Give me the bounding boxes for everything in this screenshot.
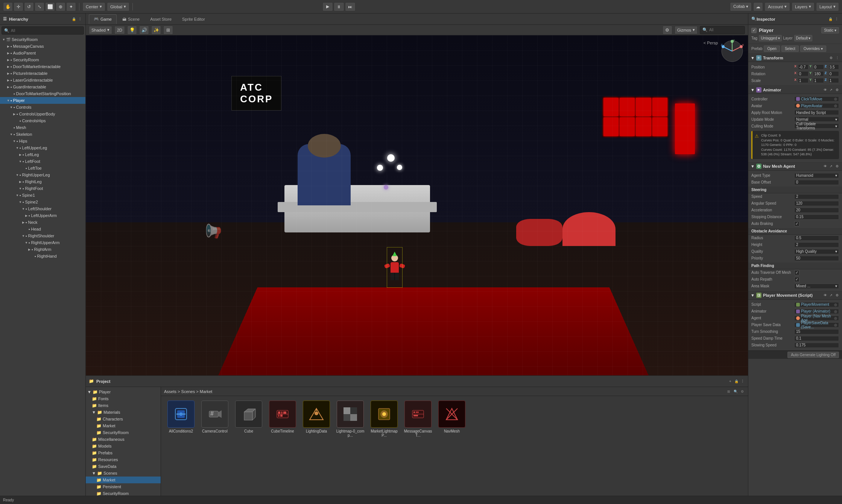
pm-ref[interactable]: ↗ <box>828 293 834 298</box>
gizmo-widget[interactable]: X Y Z <box>720 39 744 63</box>
tree-item-audioparent[interactable]: ▶ ▪ AudioParent <box>0 50 85 56</box>
controller-ref[interactable]: ClickToMove ◎ <box>794 96 839 102</box>
scale-y[interactable]: 1 <box>813 78 824 83</box>
static-dropdown[interactable]: Static ▾ <box>821 27 839 33</box>
player-movement-header[interactable]: ▼ Player Movement (Script) 👁 ↗ ⚙ <box>748 291 842 300</box>
pos-y[interactable]: 0 <box>813 64 824 70</box>
tree-item-controlsupperbody[interactable]: ▶ ▪ ControlsUpperBody <box>0 111 85 117</box>
effects-toggle[interactable]: ✨ <box>151 26 161 35</box>
tag-dropdown[interactable]: Untagged ▾ <box>759 35 781 41</box>
scale-z[interactable]: 1 <box>828 78 839 83</box>
project-menu[interactable]: ⋮ <box>740 379 745 384</box>
tree-item-righthand[interactable]: ▶ ▪ RightHand <box>0 253 85 260</box>
layers-dropdown[interactable]: Layers ▾ <box>792 2 815 11</box>
height-value[interactable]: 2 <box>794 242 839 247</box>
tab-game[interactable]: 🎮 Game <box>89 14 117 24</box>
tree-item-doorstart[interactable]: ▶ ▪ DoorToMarketStartingPosition <box>0 90 85 97</box>
step-button[interactable]: ⏭ <box>345 2 356 11</box>
tab-sprite-editor[interactable]: Sprite Editor <box>177 14 210 24</box>
folder-player[interactable]: ▼ 📁 Player <box>86 389 161 395</box>
nav-mesh-ref[interactable]: ↗ <box>828 164 834 169</box>
folder-materials[interactable]: ▼ 📁 Materials <box>86 409 161 416</box>
layer-dropdown[interactable]: Default ▾ <box>794 35 813 41</box>
obj-name[interactable]: Player <box>759 27 819 33</box>
hierarchy-search-input[interactable] <box>11 29 81 33</box>
animator-eye[interactable]: 👁 <box>822 87 828 93</box>
speed-damp-value[interactable]: 0.1 <box>794 336 839 341</box>
tab-asset-store[interactable]: Asset Store <box>145 14 176 24</box>
hand-tool[interactable]: ✋ <box>3 2 13 11</box>
tree-item-skeleton[interactable]: ▼ ▪ Skeleton <box>0 131 85 138</box>
tree-item-rightupperleg[interactable]: ▼ ▪ RightUpperLeg <box>0 172 85 178</box>
agent-type-dropdown[interactable]: Humanoid ▾ <box>794 173 839 178</box>
folder-items[interactable]: 📁 Items <box>86 402 161 409</box>
light-toggle[interactable]: 💡 <box>127 26 137 35</box>
tree-item-rightleg[interactable]: ▶ ▪ RightLeg <box>0 178 85 185</box>
pm-eye[interactable]: 👁 <box>822 293 828 298</box>
tree-item-head[interactable]: ▶ ▪ Head <box>0 226 85 232</box>
animator-menu[interactable]: ⚙ <box>834 87 840 93</box>
tree-item-neck[interactable]: ▶ ▪ Neck <box>0 219 85 226</box>
tree-item-controlships[interactable]: ▶ ▪ ControlsHips <box>0 117 85 124</box>
rot-z[interactable]: 0 <box>828 71 839 76</box>
folder-resources[interactable]: 📁 Resources <box>86 456 161 463</box>
player-save-ref[interactable]: PlayerSaveData (Save... ◎ <box>794 322 839 328</box>
auto-braking-checkbox[interactable]: ✓ <box>794 221 799 226</box>
tab-scene[interactable]: 🏔 Scene <box>117 14 144 24</box>
asset-allconditions2[interactable]: AllConditions2 <box>166 401 196 437</box>
tree-item-leftleg[interactable]: ▶ ▪ LeftLeg <box>0 151 85 158</box>
tree-item-doortomarket[interactable]: ▶ ▪ DoorToMarketInteractable <box>0 63 85 70</box>
tree-item-rightarm[interactable]: ▶ ▪ RightArm <box>0 246 85 253</box>
acceleration-value[interactable]: 20 <box>794 208 839 213</box>
folder-market-mat[interactable]: 📁 Market <box>86 422 161 429</box>
collab-dropdown[interactable]: Collab ▾ <box>730 2 752 11</box>
auto-repath-checkbox[interactable]: ✓ <box>794 277 799 282</box>
area-mask-dropdown[interactable]: Mixed ... ▾ <box>794 284 839 289</box>
folder-scenes[interactable]: ▼ 📁 Scenes <box>86 470 161 477</box>
hierarchy-menu[interactable]: ⋮ <box>77 17 82 22</box>
audio-toggle[interactable]: 🔊 <box>139 26 149 35</box>
tree-item-securityroom2[interactable]: ▶ ▪ SecurityRoom <box>0 56 85 63</box>
prefab-open-btn[interactable]: Open <box>764 46 780 52</box>
folder-fonts[interactable]: 📁 Fonts <box>86 395 161 402</box>
prefab-overrides-btn[interactable]: Overrides ▾ <box>800 46 826 52</box>
folder-securityroom-mat[interactable]: 📁 SecurityRoom <box>86 429 161 436</box>
folder-savedata[interactable]: 📁 SaveData <box>86 463 161 470</box>
asset-lightingdata[interactable]: LightingData <box>301 401 332 437</box>
shaded-dropdown[interactable]: Shaded ▾ <box>89 26 112 34</box>
inspector-menu[interactable]: ⋮ <box>834 17 839 22</box>
hierarchy-search[interactable]: 🔍 <box>2 26 84 35</box>
pm-agent-ref[interactable]: Player (Nav Mesh Age... ◎ <box>794 316 839 321</box>
auto-generate-lighting-btn[interactable]: Auto Generate Lighting Off <box>787 352 839 358</box>
transform-tool[interactable]: ⊕ <box>56 2 65 11</box>
transform-header[interactable]: ▼ ⊕ Transform ⚙ ⋮ <box>748 54 842 62</box>
layout-dropdown[interactable]: Layout ▾ <box>816 2 839 11</box>
tree-item-leftshoulder[interactable]: ▼ ▪ LeftShoulder <box>0 205 85 212</box>
angular-speed-value[interactable]: 120 <box>794 201 839 206</box>
asset-messagecanvas[interactable]: MessageCanvasT... <box>403 401 433 437</box>
asset-navmesh[interactable]: NavMesh <box>436 401 467 437</box>
tree-item-leftupperleg[interactable]: ▼ ▪ LeftUpperLeg <box>0 144 85 151</box>
rot-x[interactable]: 0 <box>798 71 809 76</box>
transform-menu-btn[interactable]: ⋮ <box>834 55 840 61</box>
tree-item-leftupperarm[interactable]: ▶ ▪ LeftUpperArm <box>0 212 85 219</box>
tree-item-spine1[interactable]: ▼ ▪ Spine1 <box>0 192 85 199</box>
slowing-speed-value[interactable]: 0.175 <box>794 343 839 348</box>
rot-y[interactable]: 180 <box>813 71 824 76</box>
tree-item-securityroom[interactable]: ▼ 🎬 SecurityRoom <box>0 36 85 43</box>
rotate-tool[interactable]: ↺ <box>24 2 34 11</box>
folder-models[interactable]: 📁 Models <box>86 443 161 449</box>
nav-mesh-menu[interactable]: ⚙ <box>834 164 840 169</box>
folder-prefabs[interactable]: 📁 Prefabs <box>86 449 161 456</box>
tree-item-rightshoulder[interactable]: ▼ ▪ RightShoulder <box>0 232 85 239</box>
view-toggle[interactable]: ⊞ <box>726 389 731 394</box>
pause-button[interactable]: ⏸ <box>334 2 344 11</box>
pos-z[interactable]: 3.5 <box>828 64 839 70</box>
avatar-ref[interactable]: PlayerAvatar ◎ <box>794 103 839 108</box>
asset-cubetimeline[interactable]: CubeTimeline <box>267 401 298 437</box>
center-dropdown[interactable]: Center ▾ <box>82 2 105 11</box>
folder-market-scene[interactable]: 📁 Market <box>86 477 161 483</box>
scale-x[interactable]: 1 <box>798 78 809 83</box>
tree-item-spine2[interactable]: ▼ ▪ Spine2 <box>0 199 85 205</box>
global-dropdown[interactable]: Global ▾ <box>107 2 129 11</box>
